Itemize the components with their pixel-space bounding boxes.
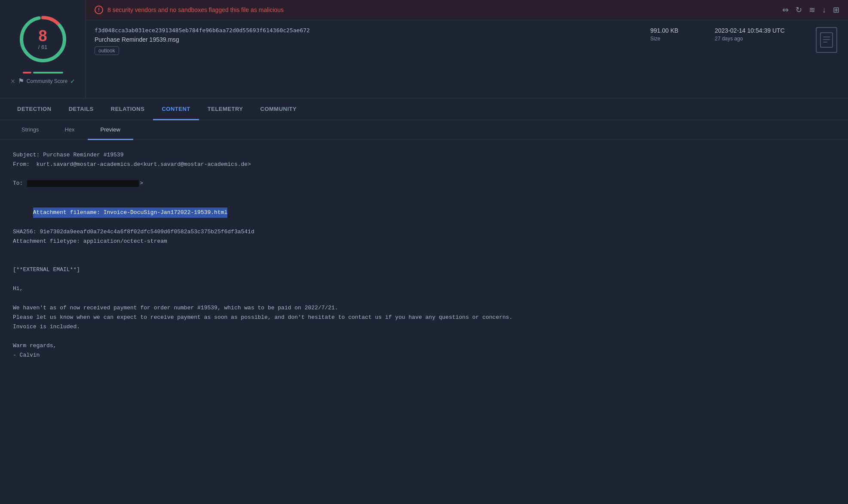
sha256-line: SHA256: 91e7302da9eeafd0a72e4c4a6f8f02df… [13,227,835,237]
hi-line: Hi, [13,284,835,293]
external-label: [**EXTERNAL EMAIL**] [13,265,835,275]
score-circle: 8 / 61 [17,13,69,65]
community-score-label: Community Score [27,78,67,84]
alert-icon: ! [95,6,103,14]
file-date-block: 2023-02-14 10:54:39 UTC 27 days ago [715,27,801,42]
score-bar-row [4,72,81,73]
share-icon[interactable]: ⊞ [833,5,839,15]
top-bar: 8 / 61 ✕ ⚑ Community Score ✓ ! 8 securit… [0,0,848,99]
to-line: To: > [13,179,835,188]
community-icon: ⚑ [18,77,24,85]
tab-detection[interactable]: DETECTION [9,99,60,120]
tab-telemetry[interactable]: TELEMETRY [199,99,252,120]
download-icon[interactable]: ↓ [822,6,826,15]
filter-icon[interactable]: ≋ [809,5,815,15]
file-details-row: f3d048cca3ab031ece23913485eb784fe96b6aa7… [86,20,848,98]
file-tag[interactable]: outlook [95,46,119,55]
body-line2: Please let us know when we can expect to… [13,313,835,322]
alert-text: 8 security vendors and no sandboxes flag… [107,6,284,13]
sub-tab-strings[interactable]: Strings [9,120,52,140]
score-bar-red [23,72,31,73]
file-info-panel: ! 8 security vendors and no sandboxes fl… [86,0,848,98]
check-icon: ✓ [70,78,75,85]
tab-details[interactable]: DETAILS [60,99,102,120]
file-date-value: 2023-02-14 10:54:39 UTC [715,27,785,34]
file-name: Purchase Reminder 19539.msg [95,36,637,43]
hash-filename-block: f3d048cca3ab031ece23913485eb784fe96b6aa7… [95,27,637,55]
tab-community[interactable]: COMMUNITY [252,99,306,120]
score-panel: 8 / 61 ✕ ⚑ Community Score ✓ [0,0,86,98]
file-doc-icon [816,27,837,53]
file-size-value: 991.00 KB [650,27,678,34]
close-icon: ✕ [10,78,15,85]
file-hash[interactable]: f3d048cca3ab031ece23913485eb784fe96b6aa7… [95,27,637,34]
attachment-filename-line: Attachment filename: Invoice-DocuSign-Ja… [13,198,835,227]
tab-relations[interactable]: RELATIONS [102,99,153,120]
sub-tab-hex[interactable]: Hex [52,120,87,140]
score-text: 8 / 61 [38,28,48,50]
from-line: From: kurt.savard@mostar-academics.de<ku… [13,160,835,169]
to-redacted [27,180,139,187]
attachment-filename-highlighted: Attachment filename: Invoice-DocuSign-Ja… [33,208,227,218]
sub-tabs: Strings Hex Preview [0,120,848,140]
body-line3: Invoice is included. [13,322,835,332]
sub-tab-preview[interactable]: Preview [88,120,133,140]
subject-line: Subject: Purchase Reminder #19539 [13,150,835,160]
tab-content[interactable]: CONTENT [153,99,199,120]
nav-tabs: DETECTION DETAILS RELATIONS CONTENT TELE… [0,99,848,120]
score-number: 8 [38,28,48,44]
file-icon-block [814,27,839,53]
compare-icon[interactable]: ⇔ [782,5,789,15]
regards-line: Warm regards, [13,341,835,351]
body-line1: We haven't as of now received payment fo… [13,303,835,313]
alert-banner: ! 8 security vendors and no sandboxes fl… [86,0,848,20]
toolbar-icons: ⇔ ↻ ≋ ↓ ⊞ [782,5,839,15]
community-score-row: ✕ ⚑ Community Score ✓ [10,77,75,85]
signature-line: - Calvin [13,351,835,360]
file-size-label: Size [650,36,660,42]
score-bar-green [33,72,63,73]
score-total: / 61 [38,44,48,50]
email-preview: Subject: Purchase Reminder #19539 From: … [0,140,848,370]
file-size-block: 991.00 KB Size [650,27,702,42]
content-area: Strings Hex Preview Subject: Purchase Re… [0,120,848,370]
file-date-relative: 27 days ago [715,36,743,42]
refresh-icon[interactable]: ↻ [796,5,802,15]
filetype-line: Attachment filetype: application/octect-… [13,237,835,246]
alert-left: ! 8 security vendors and no sandboxes fl… [95,6,284,14]
